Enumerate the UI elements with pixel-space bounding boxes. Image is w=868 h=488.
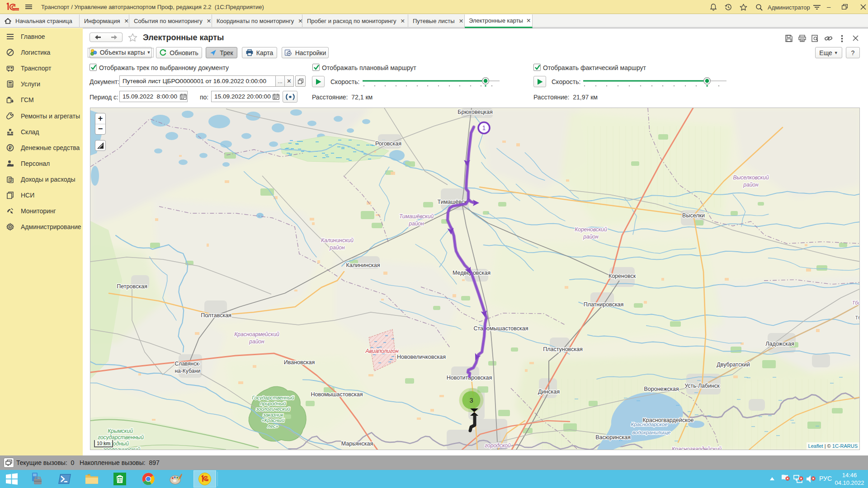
svg-text:Новомышастовская: Новомышастовская	[311, 391, 363, 398]
svg-text:Васюринская: Васюринская	[595, 434, 630, 441]
svg-text:заказник: заказник	[263, 412, 283, 418]
svg-text:Кореновский: Кореновский	[575, 226, 607, 233]
svg-text:Кореновск: Кореновск	[609, 273, 636, 279]
svg-text:Петровская: Петровская	[117, 283, 147, 290]
svg-text:на-Кубани: на-Кубани	[175, 368, 200, 374]
svg-text:район: район	[408, 221, 424, 227]
svg-text:Выселковский: Выселковский	[733, 174, 769, 181]
svg-text:Калининский: Калининский	[321, 237, 354, 244]
svg-text:Крымский: Крымский	[108, 428, 133, 434]
svg-text:1: 1	[482, 124, 486, 131]
svg-text:Тби: Тби	[852, 300, 860, 305]
svg-text:район: район	[583, 234, 599, 240]
svg-text:«Красный: «Красный	[262, 418, 285, 423]
svg-text:Тимашёвский: Тимашёвский	[399, 213, 434, 220]
svg-text:район: район	[743, 182, 759, 188]
svg-text:Славянск-: Славянск-	[175, 361, 201, 367]
svg-text:₽: ₽	[9, 145, 12, 150]
svg-text:зоологический: зоологический	[255, 406, 290, 412]
svg-text:Красногвардейский: Красногвардейский	[672, 446, 722, 450]
svg-text:округ Краснодар: округ Краснодар	[467, 450, 509, 450]
svg-text:Выселки: Выселки	[682, 212, 705, 219]
svg-text:Марьянская: Марьянская	[341, 441, 373, 447]
svg-text:₽: ₽	[10, 178, 12, 183]
svg-text:Воронежская: Воронежская	[644, 386, 679, 392]
svg-text:Полтавская: Полтавская	[201, 312, 231, 319]
svg-text:Старомышастовская: Старомышастовская	[473, 325, 528, 332]
svg-text:Авиаполигон: Авиаполигон	[365, 348, 399, 354]
svg-text:водохранилище: водохранилище	[632, 430, 671, 435]
svg-text:Двубратский: Двубратский	[717, 361, 750, 368]
svg-text:район: район	[329, 244, 345, 251]
svg-text:Ладожская: Ладожская	[765, 341, 794, 347]
svg-text:Государственный: Государственный	[252, 395, 294, 400]
svg-text:городской: городской	[485, 442, 511, 449]
svg-text:лес»: лес»	[267, 423, 278, 429]
svg-text:Пластуновская: Пластуновская	[543, 346, 583, 352]
svg-text:Калининская: Калининская	[346, 262, 380, 268]
svg-text:Нововеличковская: Нововеличковская	[397, 354, 446, 360]
svg-text:Ивановская: Ивановская	[284, 359, 315, 366]
svg-text:Красноармейский: Красноармейский	[234, 331, 279, 338]
svg-text:3: 3	[469, 397, 473, 404]
svg-text:Тб: Тб	[855, 315, 860, 320]
svg-text:Усть-Лабинск: Усть-Лабинск	[684, 383, 720, 389]
svg-text:Краснодарское: Краснодарское	[631, 422, 667, 427]
svg-text:Платнировская: Платнировская	[584, 301, 624, 308]
svg-text:государственный: государственный	[98, 434, 144, 441]
svg-text:Брюховецкая: Брюховецкая	[458, 109, 493, 115]
svg-text:природный: природный	[260, 401, 286, 406]
svg-text:Роговская: Роговская	[375, 141, 401, 147]
svg-text:район: район	[249, 338, 264, 345]
svg-text:Динская: Динская	[538, 389, 560, 395]
